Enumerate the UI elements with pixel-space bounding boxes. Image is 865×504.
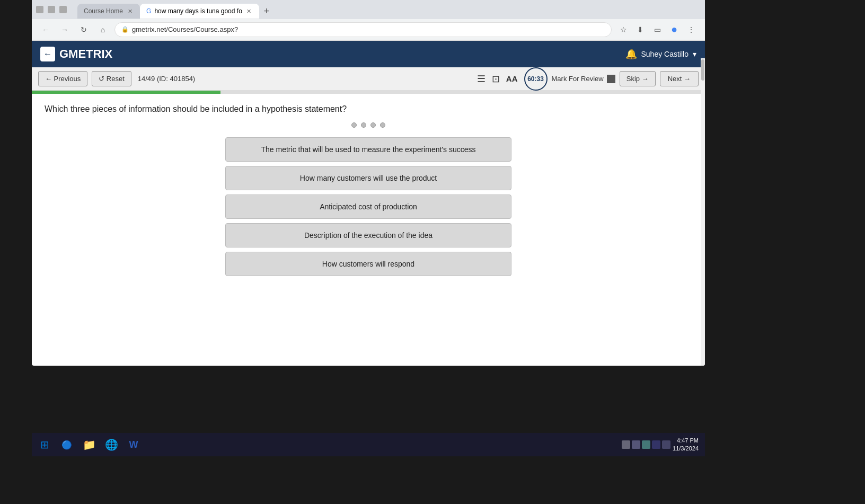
choices-container: The metric that will be used to measure … xyxy=(225,137,511,276)
user-dropdown-icon[interactable]: ▾ xyxy=(693,50,696,58)
systray-time: 4:47 PM 11/3/2024 xyxy=(673,437,699,453)
mark-review-label: Mark For Review xyxy=(552,75,604,83)
reset-button[interactable]: ↺ Reset xyxy=(92,71,131,86)
choice-2[interactable]: How many customers will use the product xyxy=(225,166,511,190)
back-button[interactable]: ← xyxy=(38,22,53,37)
file-explorer-button[interactable]: 📁 xyxy=(78,435,100,455)
taskbar: ⊞ 🔵 📁 🌐 W 4:47 PM 11/3/2024 xyxy=(32,433,705,456)
downloads-icon[interactable]: ⬇ xyxy=(633,22,648,37)
question-content: Which three pieces of information should… xyxy=(32,94,705,287)
bell-icon[interactable]: 🔔 xyxy=(625,48,637,60)
timer: 60:33 xyxy=(524,67,548,91)
systray: 4:47 PM 11/3/2024 xyxy=(622,437,703,453)
minimize-button[interactable] xyxy=(36,6,43,13)
gmetrix-app: ← GMETRIX 🔔 Suhey Castillo ▾ ← Previous … xyxy=(32,41,705,348)
font-size-icon[interactable]: AA xyxy=(506,74,518,83)
mark-review-checkbox[interactable] xyxy=(607,75,615,83)
reset-label: ↺ Reset xyxy=(99,75,125,83)
tab-close-active-icon[interactable]: ✕ xyxy=(245,7,253,15)
scrollbar-thumb[interactable] xyxy=(701,59,704,81)
word-button[interactable]: W xyxy=(123,435,144,455)
systray-icon-4 xyxy=(652,440,660,449)
camera-icon[interactable]: ⊡ xyxy=(492,73,500,85)
next-label: Next → xyxy=(668,75,691,83)
browser-button[interactable]: 🌐 xyxy=(101,435,122,455)
url-bar[interactable]: 🔒 gmetrix.net/Courses/Course.aspx? xyxy=(114,22,612,37)
question-info: 14/49 (ID: 401854) xyxy=(138,75,195,83)
gmetrix-toolbar: ← Previous ↺ Reset 14/49 (ID: 401854) ☰ … xyxy=(32,67,705,91)
skip-button[interactable]: Skip → xyxy=(620,71,656,86)
tab-course-home[interactable]: Course Home ✕ xyxy=(77,4,140,19)
previous-button[interactable]: ← Previous xyxy=(38,71,87,86)
url-lock-icon: 🔒 xyxy=(121,26,129,33)
toolbar-icons: ☰ ⊡ AA 60:33 xyxy=(477,67,548,91)
new-tab-button[interactable]: + xyxy=(259,4,274,19)
address-bar: ← → ↻ ⌂ 🔒 gmetrix.net/Courses/Course.asp… xyxy=(32,19,705,40)
reload-button[interactable]: ↻ xyxy=(76,22,91,37)
forward-button[interactable]: → xyxy=(57,22,72,37)
browser-window: Course Home ✕ G how many days is tuna go… xyxy=(32,0,705,366)
systray-icons xyxy=(622,440,670,449)
header-user: 🔔 Suhey Castillo ▾ xyxy=(625,48,697,60)
next-button[interactable]: Next → xyxy=(660,71,699,86)
choice-1[interactable]: The metric that will be used to measure … xyxy=(225,137,511,162)
url-text: gmetrix.net/Courses/Course.aspx? xyxy=(132,25,238,33)
close-button[interactable] xyxy=(59,6,67,13)
skip-label: Skip → xyxy=(626,75,649,83)
window-controls xyxy=(36,6,67,13)
question-text: Which three pieces of information should… xyxy=(45,104,692,114)
logo-arrow: ← xyxy=(43,49,52,59)
dot-1 xyxy=(351,122,357,128)
dot-3 xyxy=(370,122,376,128)
dots-row xyxy=(45,122,692,128)
dot-2 xyxy=(361,122,366,128)
mark-for-review: Mark For Review xyxy=(552,75,615,83)
logo-text: GMETRIX xyxy=(59,47,112,61)
gmetrix-header: ← GMETRIX 🔔 Suhey Castillo ▾ xyxy=(32,41,705,67)
dot-4 xyxy=(380,122,385,128)
previous-label: ← Previous xyxy=(45,75,81,83)
timer-value: 60:33 xyxy=(527,75,544,83)
choice-5[interactable]: How customers will respond xyxy=(225,252,511,276)
word-icon: W xyxy=(129,439,138,450)
username: Suhey Castillo xyxy=(641,50,689,58)
cast-icon[interactable]: ▭ xyxy=(650,22,665,37)
choice-4[interactable]: Description of the execution of the idea xyxy=(225,223,511,247)
gmetrix-logo: ← GMETRIX xyxy=(40,47,112,61)
list-icon[interactable]: ☰ xyxy=(477,73,486,85)
home-button[interactable]: ⌂ xyxy=(95,22,110,37)
profile-icon[interactable]: ● xyxy=(667,22,682,37)
scrollbar[interactable] xyxy=(701,58,705,366)
maximize-button[interactable] xyxy=(48,6,55,13)
time-display: 4:47 PM xyxy=(673,437,699,445)
tab-label: Course Home xyxy=(84,7,123,15)
browser-icons: ☆ ⬇ ▭ ● ⋮ xyxy=(616,22,699,37)
systray-icon-2 xyxy=(632,440,640,449)
logo-back-icon[interactable]: ← xyxy=(40,47,55,61)
tab-close-icon[interactable]: ✕ xyxy=(126,7,134,15)
date-display: 11/3/2024 xyxy=(673,445,699,453)
systray-icon-1 xyxy=(622,440,630,449)
choice-3[interactable]: Anticipated cost of production xyxy=(225,194,511,219)
tab-tuna[interactable]: G how many days is tuna good fo ✕ xyxy=(140,4,259,19)
tab-favicon: G xyxy=(146,7,151,15)
systray-icon-5 xyxy=(662,440,670,449)
search-button[interactable]: 🔵 xyxy=(56,435,77,455)
browser-tabs: Course Home ✕ G how many days is tuna go… xyxy=(73,1,278,19)
browser-titlebar: Course Home ✕ G how many days is tuna go… xyxy=(32,0,705,19)
browser-chrome: Course Home ✕ G how many days is tuna go… xyxy=(32,0,705,41)
systray-icon-3 xyxy=(642,440,650,449)
start-button[interactable]: ⊞ xyxy=(34,435,55,455)
menu-icon[interactable]: ⋮ xyxy=(684,22,699,37)
tab-label: how many days is tuna good fo xyxy=(154,7,242,15)
bookmark-icon[interactable]: ☆ xyxy=(616,22,631,37)
